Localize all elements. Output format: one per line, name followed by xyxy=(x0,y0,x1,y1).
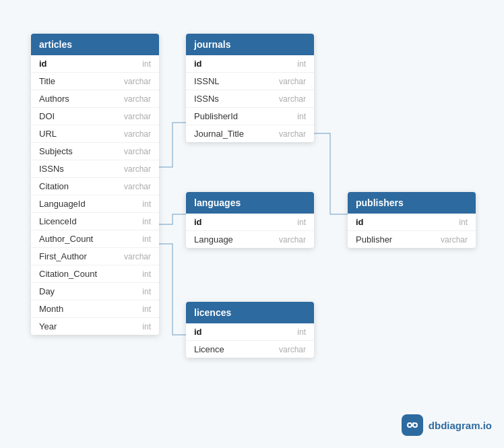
table-row: LicenceId int xyxy=(31,213,159,230)
publishers-header: publishers xyxy=(348,192,476,214)
table-row: Author_Count int xyxy=(31,230,159,248)
table-row: id int xyxy=(186,214,314,231)
table-row: Day int xyxy=(31,283,159,300)
languages-header: languages xyxy=(186,192,314,214)
brand-name: dbdiagram.io xyxy=(429,420,492,431)
brand-icon xyxy=(402,414,423,436)
table-row: Citation_Count int xyxy=(31,265,159,283)
table-row: Authors varchar xyxy=(31,90,159,108)
licences-header: licences xyxy=(186,302,314,323)
table-row: id int xyxy=(186,323,314,341)
svg-point-0 xyxy=(408,423,412,427)
table-row: Publisher varchar xyxy=(348,231,476,248)
table-row: Month int xyxy=(31,300,159,318)
publishers-table[interactable]: publishers id int Publisher varchar xyxy=(348,192,476,248)
table-row: PublisherId int xyxy=(186,108,314,125)
table-row: LanguageId int xyxy=(31,195,159,213)
table-row: Subjects varchar xyxy=(31,143,159,160)
articles-table[interactable]: articles id int Title varchar Authors va… xyxy=(31,34,159,335)
table-row: id int xyxy=(348,214,476,231)
licences-table[interactable]: licences id int Licence varchar xyxy=(186,302,314,358)
table-row: id int xyxy=(186,55,314,73)
table-row: First_Author varchar xyxy=(31,248,159,265)
journals-header: journals xyxy=(186,34,314,55)
svg-point-1 xyxy=(413,423,417,427)
articles-header: articles xyxy=(31,34,159,55)
table-row: Licence varchar xyxy=(186,341,314,358)
table-row: Journal_Title varchar xyxy=(186,125,314,142)
table-row: ISSNs varchar xyxy=(31,160,159,178)
canvas: articles id int Title varchar Authors va… xyxy=(0,0,504,448)
table-row: id int xyxy=(31,55,159,73)
table-row: Year int xyxy=(31,318,159,335)
brand: dbdiagram.io xyxy=(402,414,492,436)
table-row: URL varchar xyxy=(31,125,159,143)
table-row: Citation varchar xyxy=(31,178,159,195)
journals-table[interactable]: journals id int ISSNL varchar ISSNs varc… xyxy=(186,34,314,142)
table-row: ISSNs varchar xyxy=(186,90,314,108)
table-row: ISSNL varchar xyxy=(186,73,314,90)
table-row: Title varchar xyxy=(31,73,159,90)
table-row: DOI varchar xyxy=(31,108,159,125)
table-row: Language varchar xyxy=(186,231,314,248)
languages-table[interactable]: languages id int Language varchar xyxy=(186,192,314,248)
